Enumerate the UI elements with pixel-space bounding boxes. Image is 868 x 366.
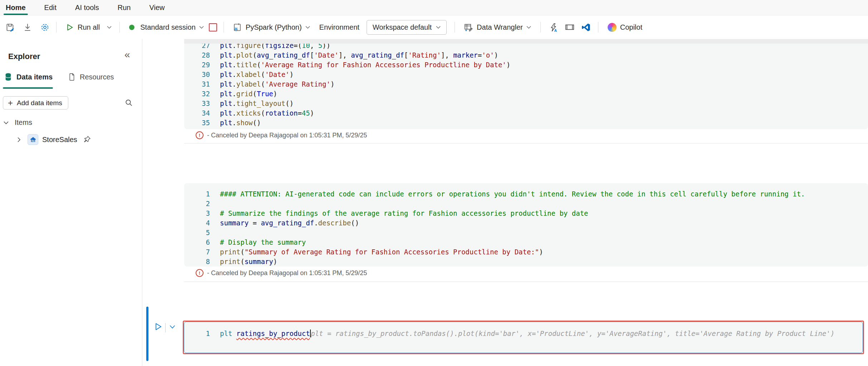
line-number: 30 [184,70,210,79]
open-in-vscode-button[interactable] [581,23,591,32]
tab-label: Resources [80,73,114,81]
line-number: 7 [184,247,210,257]
code-line[interactable]: 2 [184,199,868,209]
copilot-icon [608,23,617,32]
stop-session-button[interactable] [209,23,217,31]
run-cell-button[interactable] [153,322,163,331]
warning-icon: ! [196,269,203,277]
line-number: 4 [184,218,210,228]
tree-item-label: StoreSales [42,136,77,144]
tree-root-items[interactable]: Items [4,118,32,127]
code-line[interactable]: 3# Summarize the findings of the average… [184,209,868,218]
pin-icon[interactable] [83,135,91,144]
notebook-settings-button[interactable] [40,23,50,32]
code-line[interactable]: 6# Display the summary [184,238,868,247]
settings-gear-icon [40,23,50,32]
cell-clip-band [184,39,868,44]
notebook-toolbar: Run all Standard session PySpark (Python… [0,15,868,39]
quick-actions-button[interactable]: A [549,23,558,32]
explorer-title: Explorer [8,52,40,61]
save-icon [5,23,15,32]
code-line[interactable]: 5 [184,228,868,238]
code-cell-3[interactable]: 1plt ratings_by_productplt = ratings_by_… [183,321,864,354]
code-line[interactable]: 30plt.xlabel('Date') [184,70,868,79]
menu-tab-ai-tools[interactable]: AI tools [74,0,100,15]
copilot-button[interactable]: Copilot [608,23,642,32]
search-button[interactable] [124,98,133,107]
collapse-panel-button[interactable]: « [124,49,130,60]
tree-item-storesales[interactable]: StoreSales [17,134,91,145]
toolbar-separator [455,22,455,33]
code-line[interactable]: 4summary = avg_rating_df.describe() [184,218,868,228]
toolbar-separator [598,22,598,33]
code-line[interactable]: 35plt.show() [184,118,868,128]
tab-resources[interactable]: Resources [68,73,114,81]
code-cell-1[interactable]: 27plt.figure(figsize=(10, 5))28plt.plot(… [184,40,868,129]
code-line[interactable]: 1#### ATTENTION: AI-generated code can i… [184,189,868,199]
code-cell-2[interactable]: 1#### ATTENTION: AI-generated code can i… [184,183,868,267]
environment-button[interactable]: Environment [319,23,359,31]
document-icon [68,73,75,81]
chevron-down-icon [305,26,310,29]
line-number: 3 [184,209,210,218]
run-all-dropdown[interactable] [107,26,112,29]
line-number: 6 [184,238,210,247]
code-editor[interactable]: 1plt ratings_by_productplt = ratings_by_… [184,322,863,338]
code-line[interactable]: 7print("Summary of Average Rating for Fa… [184,247,868,257]
cell-toolbar-separator [165,323,166,332]
fabric-notebook-app: Home Edit AI tools Run View [0,0,868,366]
kernel-language-button[interactable]: PySpark (Python) [232,23,310,32]
code-line[interactable]: 33plt.tight_layout() [184,99,868,108]
code-line[interactable]: 32plt.grid(True) [184,89,868,99]
session-active-dot [129,25,134,30]
line-number: 2 [184,199,210,209]
menu-tab-home[interactable]: Home [5,0,27,15]
code-cell-3-editor[interactable]: 1plt ratings_by_productplt = ratings_by_… [184,322,863,353]
run-all-label: Run all [78,23,100,31]
tab-label: Data items [16,73,53,81]
menu-tab-run[interactable]: Run [117,0,132,15]
download-icon [23,23,32,32]
code-line[interactable]: 34plt.xticks(rotation=45) [184,108,868,118]
add-data-items-label: Add data items [17,99,62,107]
vscode-icon [581,23,591,32]
tree-root-label: Items [15,118,32,127]
code-line[interactable]: 8print(summary) [184,257,868,267]
menu-tab-edit[interactable]: Edit [43,0,58,15]
run-all-button[interactable]: Run all [65,23,100,32]
data-wrangler-label: Data Wrangler [477,23,523,31]
cell-options-dropdown[interactable] [170,325,175,329]
menu-tab-label: AI tools [75,4,99,12]
code-line[interactable]: 1plt ratings_by_productplt = ratings_by_… [184,329,863,338]
code-line[interactable]: 31plt.ylabel('Average Rating') [184,79,868,89]
environment-label: Environment [319,23,359,31]
export-button[interactable] [23,23,32,32]
frame-icon [565,22,575,32]
code-line[interactable]: 29plt.title('Average Rating for Fashion … [184,60,868,70]
copilot-label: Copilot [620,23,642,31]
run-cell-play-icon [153,322,163,331]
tab-data-items[interactable]: Data items [4,73,53,81]
plus-icon: + [8,99,13,107]
explorer-panel: Explorer « Data items Resources + [0,39,142,366]
save-button[interactable] [5,23,15,32]
toolbar-separator [56,22,57,33]
code-editor[interactable]: 27plt.figure(figsize=(10, 5))28plt.plot(… [184,40,868,128]
pyspark-kernel-icon [232,23,242,32]
session-label: Standard session [140,23,196,31]
frame-view-button[interactable] [565,22,575,32]
session-status-button[interactable]: Standard session [129,23,204,31]
active-tab-underline [3,87,53,89]
line-number: 28 [184,50,210,60]
add-data-items-button[interactable]: + Add data items [3,96,68,109]
chevron-down-icon [199,26,204,29]
code-line[interactable]: 28plt.plot(avg_rating_df['Date'], avg_ra… [184,50,868,60]
workspace-selector[interactable]: Workspace default [367,20,447,35]
content-area: Explorer « Data items Resources + [0,39,868,366]
menu-tab-view[interactable]: View [148,0,166,15]
data-wrangler-icon [464,23,473,32]
search-icon [124,98,133,107]
chevron-right-icon [17,137,21,142]
code-editor[interactable]: 1#### ATTENTION: AI-generated code can i… [184,183,868,267]
data-wrangler-button[interactable]: Data Wrangler [464,23,531,32]
